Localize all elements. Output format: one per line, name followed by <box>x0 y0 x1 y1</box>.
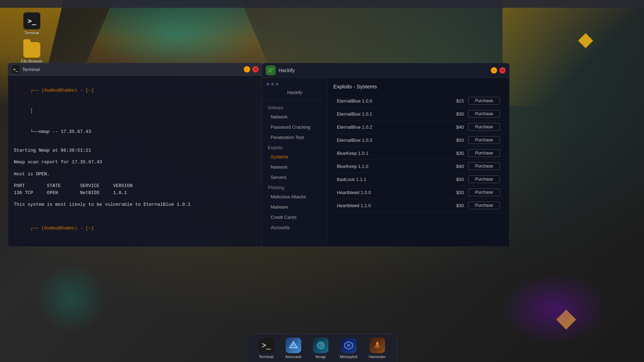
terminal-prompt-2: ┌── (Gumbo@Gumbo) - [~] <box>14 218 257 239</box>
terminal-minimize-btn[interactable]: − <box>244 66 250 72</box>
exploit-name-8: Heartbleed 1.1.0 <box>337 203 443 208</box>
hackify-title-icon <box>266 65 276 75</box>
terminal-prompt-pipe: │ <box>14 239 257 246</box>
exploit-row-4[interactable]: BlueKeep 1.0.1 $30 Purchase <box>333 147 504 160</box>
exploit-buy-btn-6[interactable]: Purchase <box>468 175 500 183</box>
exploit-row-1[interactable]: EternalBlue 1.0.1 $30 Purchase <box>333 107 504 121</box>
taskbar-metasploit-label: Metasploit <box>340 355 357 359</box>
hackify-titlebar: Hackify − ✕ <box>262 63 509 78</box>
folder-icon <box>23 42 40 58</box>
hackify-sidebar: Hackify Sofware Network Password Crackin… <box>262 78 328 246</box>
exploits-header: Exploits - Systems <box>333 83 504 89</box>
bg-teal-glow <box>88 0 265 71</box>
bg-cyber-glow <box>35 263 106 334</box>
svg-point-3 <box>293 345 294 346</box>
bg-purple-glow <box>502 274 609 344</box>
exploit-buy-btn-4[interactable]: Purchase <box>468 149 500 157</box>
terminal-host-open: Host is OPEN. <box>14 171 257 178</box>
exploit-buy-btn-2[interactable]: Purchase <box>468 123 500 131</box>
taskbar-terminal[interactable]: >_ Terminal <box>254 335 278 361</box>
sidebar-dot-1 <box>266 83 269 86</box>
terminal-title-label: Terminal <box>22 67 241 72</box>
sidebar-app-name: Hackify <box>262 90 327 100</box>
terminal-table-header: PORT STATE SERVICE VERSION <box>14 182 257 189</box>
exploit-price-6: $50 <box>443 177 464 182</box>
exploit-row-2[interactable]: EternalBlue 1.0.2 $40 Purchase <box>333 121 504 134</box>
terminal-spacer-2 <box>14 154 257 159</box>
svg-rect-0 <box>268 69 273 69</box>
sidebar-item-ex-systems[interactable]: Systems <box>262 152 327 162</box>
taskbar-harvester[interactable]: Harvester <box>364 335 390 361</box>
exploit-row-6[interactable]: BadLock 1.1.1 $50 Purchase <box>333 173 504 186</box>
terminal-titlebar: >_ Terminal − ✕ <box>8 63 262 76</box>
terminal-spacer-3 <box>14 166 257 171</box>
sidebar-section-sofware: Sofware <box>262 103 327 112</box>
terminal-spacer-4 <box>14 177 257 182</box>
sidebar-item-ex-network[interactable]: Network <box>262 162 327 172</box>
exploit-name-4: BlueKeep 1.0.1 <box>337 151 443 156</box>
exploit-buy-btn-5[interactable]: Purchase <box>468 162 500 170</box>
exploit-price-8: $30 <box>443 203 464 208</box>
sidebar-item-ex-servers[interactable]: Servers <box>262 172 327 182</box>
exploit-buy-btn-0[interactable]: Purchase <box>468 97 500 105</box>
exploit-price-3: $50 <box>443 138 464 143</box>
sidebar-item-sw-pentest[interactable]: Penetration Test <box>262 132 327 142</box>
exploit-name-2: EternalBlue 1.0.2 <box>337 124 443 130</box>
exploit-row-5[interactable]: BlueKeep 1.1.0 $40 Purchase <box>333 160 504 173</box>
terminal-body[interactable]: ┌── (Gumbo@Gumbo) - [~] │ └──nmap -- 17.… <box>8 76 262 246</box>
desktop-icon-terminal[interactable]: >_ Terminal <box>18 12 46 35</box>
exploit-row-3[interactable]: EternalBlue 1.0.3 $50 Purchase <box>333 134 504 147</box>
exploit-buy-btn-1[interactable]: Purchase <box>468 110 500 118</box>
exploit-price-2: $40 <box>443 124 464 130</box>
taskbar-airocrack-icon <box>286 338 301 353</box>
taskbar-nmap[interactable]: Nmap <box>309 335 333 361</box>
exploit-row-8[interactable]: Heartbleed 1.1.0 $30 Purchase <box>333 199 504 212</box>
terminal-scan-report: Nmap scan report for 17.35.67.43 <box>14 159 257 166</box>
desktop-icons: >_ Terminal File Browser <box>18 12 46 63</box>
terminal-table-row: 130 TCP OPEN NetBIOS 1.0.1 <box>14 189 257 197</box>
sidebar-section-phishing: Phishing <box>262 182 327 192</box>
exploit-name-1: EternalBlue 1.0.1 <box>337 111 443 117</box>
taskbar-nmap-icon <box>313 338 328 353</box>
exploit-price-1: $30 <box>443 111 464 117</box>
terminal-icon: >_ <box>23 12 40 29</box>
sidebar-item-ph-malicious[interactable]: Malicious Attacks <box>262 192 327 202</box>
sidebar-item-sw-network[interactable]: Network <box>262 112 327 122</box>
exploit-price-0: $15 <box>443 98 464 104</box>
hackify-main-content: Exploits - Systems EternalBlue 1.0.0 $15… <box>328 78 509 246</box>
desktop-icon-file-browser[interactable]: File Browser <box>18 42 46 63</box>
exploit-price-5: $40 <box>443 164 464 169</box>
terminal-spacer-7 <box>14 213 257 218</box>
terminal-nmap-start: Starting Nmap at 06:38:51:21 <box>14 147 257 154</box>
terminal-spacer-5 <box>14 196 257 201</box>
taskbar-airocrack[interactable]: Airocrack <box>281 335 306 361</box>
sidebar-item-ph-creditcards[interactable]: Credit Cards <box>262 212 327 222</box>
exploit-price-4: $30 <box>443 151 464 156</box>
exploit-row-7[interactable]: Heartbleed 1.0.0 $20 Purchase <box>333 186 504 199</box>
taskbar-terminal-label: Terminal <box>259 355 274 359</box>
taskbar-harvester-label: Harvester <box>369 355 386 359</box>
exploit-row-0[interactable]: EternalBlue 1.0.0 $15 Purchase <box>333 94 504 107</box>
exploit-buy-btn-7[interactable]: Purchase <box>468 188 500 196</box>
svg-text:M: M <box>347 344 350 348</box>
sidebar-dot-2 <box>271 83 274 86</box>
terminal-vuln-note: This system is most likely to be vulnera… <box>14 201 257 208</box>
sidebar-item-sw-password[interactable]: Password Cracking <box>262 122 327 132</box>
terminal-spacer-1 <box>14 142 257 147</box>
exploit-buy-btn-8[interactable]: Purchase <box>468 202 500 209</box>
top-bar <box>0 0 644 8</box>
terminal-close-btn[interactable]: ✕ <box>252 66 259 72</box>
exploit-name-3: EternalBlue 1.0.3 <box>337 138 443 143</box>
sidebar-dot-3 <box>276 83 278 86</box>
sidebar-item-ph-accounts[interactable]: Accounts <box>262 222 327 233</box>
exploit-name-0: EternalBlue 1.0.0 <box>337 98 443 104</box>
taskbar-metasploit[interactable]: M Metasploit <box>335 335 362 361</box>
taskbar-airocrack-label: Airocrack <box>285 355 301 359</box>
taskbar-terminal-icon: >_ <box>258 338 274 353</box>
hackify-minimize-btn[interactable]: − <box>491 67 497 74</box>
hackify-close-btn[interactable]: ✕ <box>499 67 506 74</box>
hackify-body: Hackify Sofware Network Password Crackin… <box>262 78 509 246</box>
svg-rect-1 <box>268 70 272 71</box>
exploit-buy-btn-3[interactable]: Purchase <box>468 136 500 144</box>
sidebar-item-ph-malware[interactable]: Malware <box>262 202 327 212</box>
